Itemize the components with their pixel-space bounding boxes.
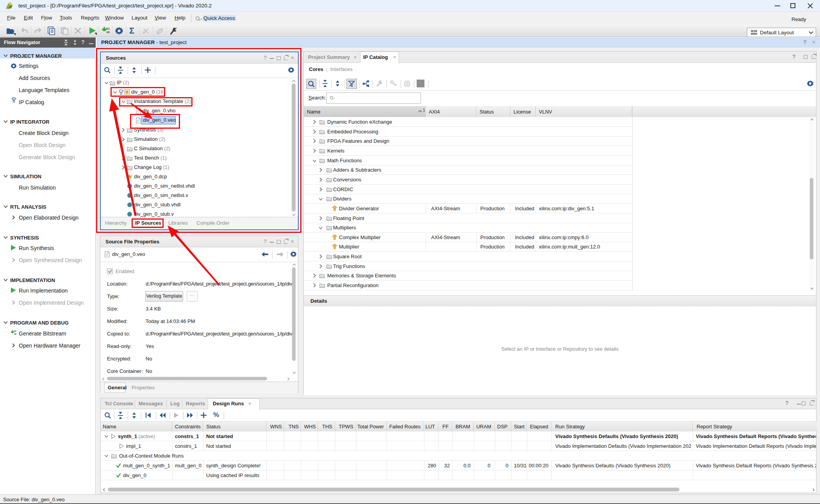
svg-text:10: 10 [106,30,110,34]
svg-text:10: 10 [14,333,16,335]
svg-text:01: 01 [106,27,110,30]
svg-text:01: 01 [14,330,16,332]
